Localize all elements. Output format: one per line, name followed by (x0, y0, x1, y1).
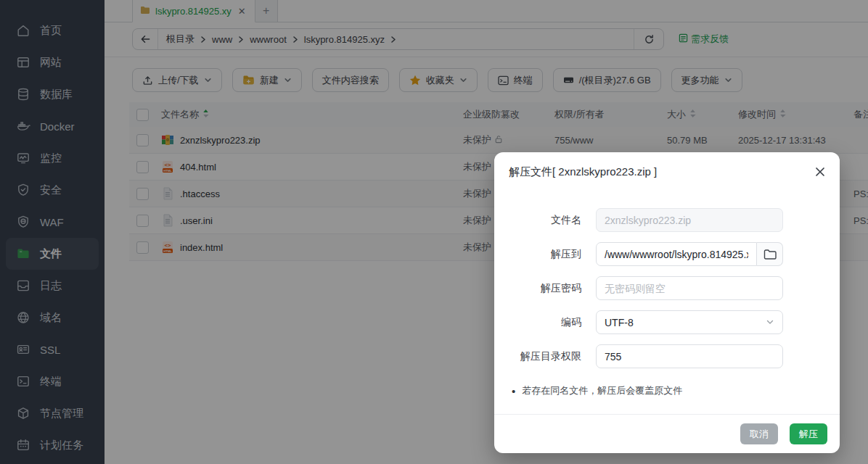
dialog-footer: 取消 解压 (494, 414, 840, 453)
dialog-title: 解压文件[ 2xnzlskypro223.zip ] (494, 152, 840, 179)
destination-label: 解压到 (494, 248, 581, 261)
password-label: 解压密码 (494, 282, 581, 295)
overwrite-note: • 若存在同名文件，解压后会覆盖原文件 (512, 384, 840, 397)
browse-folder-button[interactable] (757, 242, 783, 266)
password-field[interactable] (596, 276, 783, 300)
encoding-label: 编码 (494, 316, 581, 329)
filename-label: 文件名 (494, 214, 581, 227)
encoding-value: UTF-8 (605, 317, 634, 328)
dir-perm-label: 解压目录权限 (494, 350, 581, 363)
dir-perm-field[interactable] (596, 344, 783, 368)
chevron-down-icon (766, 317, 774, 328)
extract-dialog: 解压文件[ 2xnzlskypro223.zip ] 文件名 解压到 解压密码 … (494, 152, 840, 453)
extract-button[interactable]: 解压 (790, 423, 827, 444)
dialog-body: 文件名 解压到 解压密码 编码 UTF-8 解压目录权限 (494, 179, 840, 397)
cancel-button[interactable]: 取消 (740, 423, 778, 444)
filename-field (596, 208, 783, 232)
encoding-select[interactable]: UTF-8 (596, 310, 783, 334)
destination-field[interactable] (596, 242, 757, 266)
dialog-close-icon[interactable] (812, 164, 828, 180)
